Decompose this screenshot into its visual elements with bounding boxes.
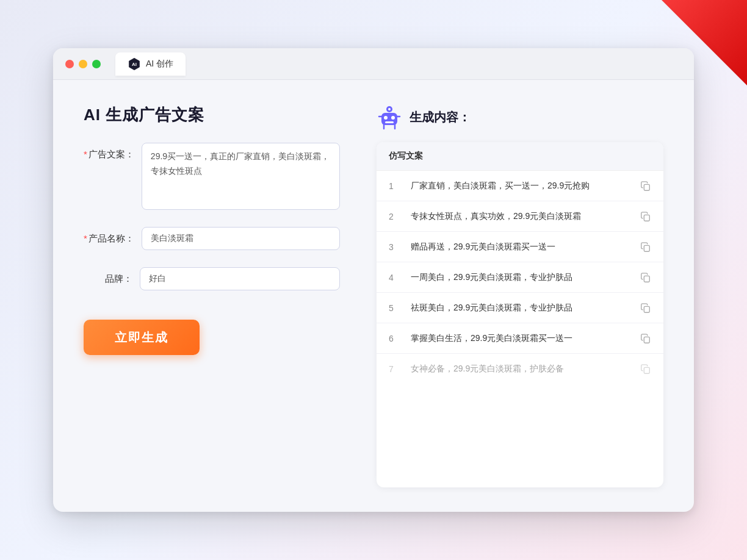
ad-copy-label: *广告文案： [84, 143, 134, 160]
svg-rect-17 [644, 337, 649, 343]
result-container: 仿写文案 1 厂家直销，美白淡斑霜，买一送一，29.9元抢购 2 专抹女性斑点，… [377, 142, 663, 487]
browser-tab[interactable]: AI AI 创作 [115, 52, 186, 76]
ad-copy-required: * [84, 149, 87, 159]
generate-button[interactable]: 立即生成 [84, 320, 200, 355]
result-text: 女神必备，29.9元美白淡斑霜，护肤必备 [411, 362, 630, 375]
copy-icon[interactable] [640, 181, 651, 192]
result-item: 1 厂家直销，美白淡斑霜，买一送一，29.9元抢购 [377, 171, 663, 201]
tab-label: AI 创作 [146, 59, 173, 70]
ad-copy-input[interactable] [142, 143, 340, 210]
ad-copy-group: *广告文案： [84, 143, 340, 210]
svg-rect-6 [385, 121, 394, 123]
browser-window: AI AI 创作 AI 生成广告文案 *广告文案： *产品名称： [53, 48, 694, 512]
svg-point-4 [384, 116, 388, 120]
product-name-label: *产品名称： [84, 227, 134, 245]
svg-rect-15 [644, 276, 649, 282]
result-number: 3 [389, 242, 401, 252]
result-title: 生成内容： [410, 109, 471, 126]
result-text: 掌握美白生活，29.9元美白淡斑霜买一送一 [411, 332, 630, 345]
main-content: AI 生成广告文案 *广告文案： *产品名称： 品牌： 立 [53, 80, 694, 512]
result-list: 1 厂家直销，美白淡斑霜，买一送一，29.9元抢购 2 专抹女性斑点，真实功效，… [377, 171, 663, 384]
copy-icon[interactable] [640, 303, 651, 314]
product-name-input[interactable] [142, 227, 340, 250]
right-panel: 生成内容： 仿写文案 1 厂家直销，美白淡斑霜，买一送一，29.9元抢购 2 专… [377, 104, 663, 487]
result-text: 赠品再送，29.9元美白淡斑霜买一送一 [411, 240, 630, 253]
result-number: 4 [389, 273, 401, 282]
page-title: AI 生成广告文案 [84, 104, 340, 126]
copy-icon[interactable] [640, 333, 651, 344]
result-number: 5 [389, 303, 401, 313]
browser-chrome: AI AI 创作 [53, 48, 694, 80]
result-number: 7 [389, 364, 401, 374]
traffic-lights [65, 60, 101, 68]
brand-group: 品牌： [84, 267, 340, 290]
close-button[interactable] [65, 60, 74, 68]
result-table-header: 仿写文案 [377, 142, 663, 171]
product-required: * [84, 233, 87, 243]
copy-icon[interactable] [640, 364, 651, 375]
result-item: 3 赠品再送，29.9元美白淡斑霜买一送一 [377, 232, 663, 262]
result-number: 6 [389, 334, 401, 343]
result-text: 祛斑美白，29.9元美白淡斑霜，专业护肤品 [411, 301, 630, 314]
result-item: 4 一周美白，29.9元美白淡斑霜，专业护肤品 [377, 262, 663, 293]
svg-rect-12 [644, 184, 649, 190]
left-panel: AI 生成广告文案 *广告文案： *产品名称： 品牌： 立 [84, 104, 340, 487]
result-item: 6 掌握美白生活，29.9元美白淡斑霜买一送一 [377, 323, 663, 354]
result-item: 5 祛斑美白，29.9元美白淡斑霜，专业护肤品 [377, 293, 663, 323]
svg-rect-13 [644, 215, 649, 221]
svg-rect-16 [644, 306, 649, 312]
result-text: 一周美白，29.9元美白淡斑霜，专业护肤品 [411, 271, 630, 284]
product-name-group: *产品名称： [84, 227, 340, 250]
brand-input[interactable] [140, 267, 340, 290]
result-text: 专抹女性斑点，真实功效，29.9元美白淡斑霜 [411, 210, 630, 223]
minimize-button[interactable] [79, 60, 87, 68]
svg-rect-18 [644, 367, 649, 373]
robot-icon [377, 104, 402, 130]
svg-point-7 [388, 108, 391, 110]
result-item: 7 女神必备，29.9元美白淡斑霜，护肤必备 [377, 354, 663, 384]
svg-point-5 [391, 116, 395, 120]
copy-icon[interactable] [640, 272, 651, 283]
result-header: 生成内容： [377, 104, 663, 130]
ai-tab-icon: AI [128, 57, 141, 71]
result-number: 1 [389, 181, 401, 191]
svg-text:AI: AI [132, 62, 137, 67]
result-text: 厂家直销，美白淡斑霜，买一送一，29.9元抢购 [411, 179, 630, 192]
result-number: 2 [389, 212, 401, 221]
copy-icon[interactable] [640, 242, 651, 253]
maximize-button[interactable] [92, 60, 101, 68]
brand-label: 品牌： [84, 267, 132, 285]
result-item: 2 专抹女性斑点，真实功效，29.9元美白淡斑霜 [377, 201, 663, 232]
copy-icon[interactable] [640, 211, 651, 222]
svg-rect-14 [644, 245, 649, 251]
